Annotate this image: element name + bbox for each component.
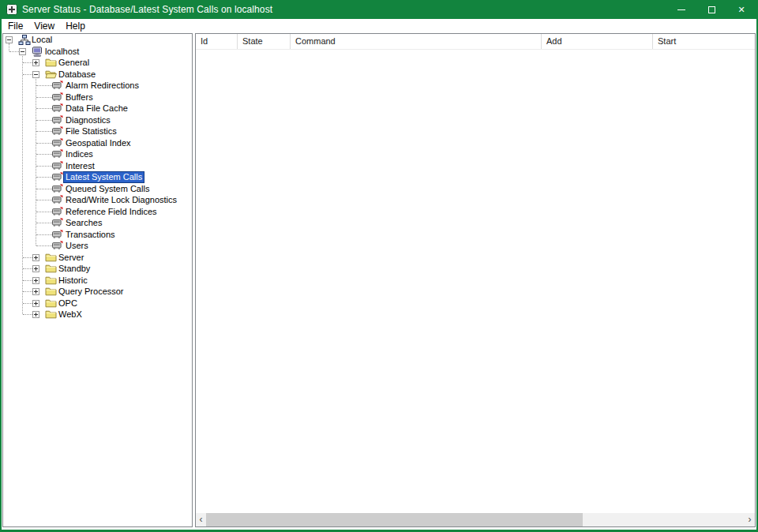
tree-connector [36, 223, 53, 223]
tree-item-searches[interactable]: Searches [3, 217, 192, 229]
tree-item-database[interactable]: Database [3, 69, 192, 81]
tree-item-label[interactable]: Server [57, 253, 85, 263]
tree-item-read-write-lock-diagnostics[interactable]: Read/Write Lock Diagnostics [3, 194, 192, 206]
column-header-id[interactable]: Id [196, 34, 238, 49]
tree-item-queued-system-calls[interactable]: Queued System Calls [3, 183, 192, 195]
tree-item-transactions[interactable]: Transactions [3, 229, 192, 241]
tree-item-label[interactable]: Local [30, 35, 54, 45]
tree-item-latest-system-calls[interactable]: Latest System Calls [3, 171, 192, 183]
status-table-icon [52, 138, 65, 148]
expander-minus-icon[interactable] [6, 36, 13, 43]
expander-plus-icon[interactable] [32, 254, 39, 261]
column-header-start[interactable]: Start [653, 34, 755, 49]
tree-item-label[interactable]: Diagnostics [64, 115, 112, 126]
menu-item-help[interactable]: Help [60, 19, 91, 33]
tree-item-opc[interactable]: OPC [3, 298, 192, 309]
tree-item-users[interactable]: Users [3, 240, 192, 252]
status-table-icon [52, 207, 65, 217]
tree-item-localhost[interactable]: localhost [3, 46, 192, 58]
tree-item-webx[interactable]: WebX [3, 309, 192, 320]
tree-item-label[interactable]: Searches [64, 218, 103, 228]
tree-item-label[interactable]: Latest System Calls [64, 172, 144, 182]
tree-item-file-statistics[interactable]: File Statistics [3, 126, 192, 137]
tree-item-label[interactable]: Read/Write Lock Diagnostics [64, 195, 178, 205]
tree-item-data-file-cache[interactable]: Data File Cache [3, 103, 192, 114]
folder-icon [45, 309, 58, 320]
folder-icon [45, 253, 58, 263]
tree-item-server[interactable]: Server [3, 252, 192, 264]
tree-item-query-processor[interactable]: Query Processor [3, 286, 192, 298]
column-header-state[interactable]: State [238, 34, 291, 49]
tree-item-label[interactable]: Users [64, 241, 90, 251]
tree-item-label[interactable]: Data File Cache [64, 103, 129, 114]
menu-item-file[interactable]: File [2, 19, 28, 33]
folder-icon [45, 58, 58, 68]
tree-item-general[interactable]: General [3, 57, 192, 69]
tree-item-label[interactable]: Database [57, 69, 97, 80]
expander-plus-icon[interactable] [32, 288, 39, 295]
tree-item-label[interactable]: General [57, 58, 91, 68]
tree-item-label[interactable]: Reference Field Indices [64, 207, 159, 217]
tree-connector [36, 143, 53, 144]
expander-minus-icon[interactable] [19, 48, 26, 55]
minimize-button[interactable] [666, 0, 696, 19]
tree-item-label[interactable]: WebX [57, 309, 84, 320]
column-header-command[interactable]: Command [291, 34, 542, 49]
tree-item-alarm-redirections[interactable]: Alarm Redirections [3, 80, 192, 92]
tree-item-historic[interactable]: Historic [3, 275, 192, 287]
scroll-right-button[interactable]: › [745, 513, 755, 526]
tree-item-interest[interactable]: Interest [3, 160, 192, 172]
column-header-add[interactable]: Add [542, 34, 653, 49]
expander-plus-icon[interactable] [32, 59, 39, 66]
status-table-icon [52, 184, 65, 194]
scroll-track[interactable] [206, 513, 745, 526]
maximize-button[interactable] [696, 0, 726, 19]
list-panel: IdStateCommandAddStart ‹ › [195, 33, 756, 527]
tree-item-label[interactable]: Transactions [64, 230, 117, 240]
tree-item-geospatial-index[interactable]: Geospatial Index [3, 137, 192, 149]
scroll-left-button[interactable]: ‹ [196, 513, 206, 526]
expander-plus-icon[interactable] [32, 277, 39, 284]
tree-item-label[interactable]: OPC [57, 298, 79, 309]
tree-item-label[interactable]: Queued System Calls [64, 184, 151, 194]
tree-item-label[interactable]: Historic [57, 275, 89, 286]
tree-item-label[interactable]: Indices [64, 149, 95, 159]
tree-connector [9, 51, 20, 52]
scroll-thumb[interactable] [206, 513, 583, 526]
horizontal-scrollbar[interactable]: ‹ › [196, 513, 755, 526]
menu-item-view[interactable]: View [28, 19, 60, 33]
tree-connector [36, 166, 53, 167]
status-table-icon [52, 115, 65, 126]
titlebar: Server Status - Database/Latest System C… [2, 0, 756, 19]
expander-plus-icon[interactable] [32, 265, 39, 272]
status-table-icon [52, 161, 65, 171]
expander-plus-icon[interactable] [32, 300, 39, 307]
close-icon: ✕ [737, 6, 745, 14]
tree-item-reference-field-indices[interactable]: Reference Field Indices [3, 206, 192, 218]
minimize-icon [677, 9, 685, 10]
tree-item-label[interactable]: Interest [64, 161, 96, 171]
menubar: File View Help [2, 19, 756, 33]
tree-item-indices[interactable]: Indices [3, 148, 192, 160]
close-button[interactable]: ✕ [726, 0, 756, 19]
tree-item-label[interactable]: Buffers [64, 92, 95, 103]
tree-connector [36, 108, 53, 109]
tree-connector [36, 120, 53, 121]
tree-connector [23, 280, 33, 281]
tree-item-label[interactable]: localhost [43, 47, 81, 57]
tree-item-label[interactable]: Standby [57, 264, 92, 274]
tree-item-label[interactable]: File Statistics [64, 126, 118, 137]
tree-item-label[interactable]: Query Processor [57, 287, 126, 297]
status-table-icon [52, 103, 65, 114]
tree-item-label[interactable]: Alarm Redirections [64, 81, 141, 91]
tree-item-diagnostics[interactable]: Diagnostics [3, 114, 192, 126]
tree-item-standby[interactable]: Standby [3, 263, 192, 275]
folder-icon [45, 264, 58, 274]
expander-plus-icon[interactable] [32, 311, 39, 318]
tree-item-local[interactable]: Local [3, 34, 192, 46]
tree-panel: LocallocalhostGeneralDatabaseAlarm Redir… [2, 33, 193, 527]
tree-item-buffers[interactable]: Buffers [3, 92, 192, 103]
expander-minus-icon[interactable] [32, 71, 39, 78]
tree-item-label[interactable]: Geospatial Index [64, 138, 133, 148]
status-table-icon [52, 172, 65, 182]
